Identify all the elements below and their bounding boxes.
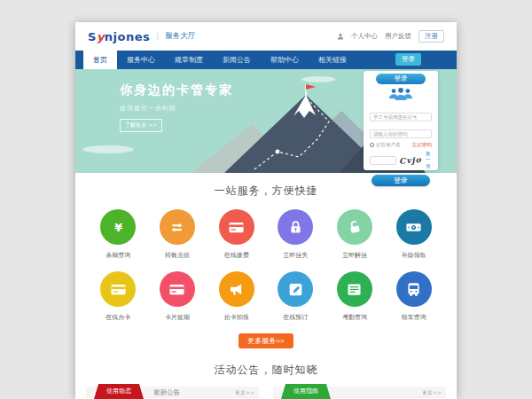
logo-part: y <box>97 30 105 43</box>
transfer-icon <box>168 218 186 237</box>
service-label: 在线办卡 <box>89 313 148 322</box>
card-icon <box>227 218 246 237</box>
users-group-icon <box>387 87 414 102</box>
login-submit-button[interactable]: 登录 <box>372 175 430 186</box>
service-circle <box>219 209 254 245</box>
service-circle <box>100 271 136 307</box>
logo-part: S <box>88 30 97 43</box>
topbar: Synjones | 服务大厅 个人中心 用户反馈 注册 <box>75 22 457 51</box>
service-circle <box>160 271 195 307</box>
logo: Synjones <box>88 30 150 43</box>
service-item[interactable]: 立即挂失 <box>266 209 325 260</box>
login-tab[interactable]: 登录 <box>376 74 426 84</box>
service-item[interactable]: 在线预订 <box>266 271 325 322</box>
forgot-password-link[interactable]: 忘记密码 <box>412 142 432 148</box>
captcha-input[interactable] <box>370 156 396 165</box>
service-label: 卡片延期 <box>148 313 207 322</box>
banner-cta-button[interactable]: 了解更多 >> <box>120 119 162 132</box>
svg-text:¥: ¥ <box>412 225 415 230</box>
megaphone-icon <box>227 280 246 299</box>
banner-subtitle: 提供捷径一步到校 <box>120 104 233 113</box>
service-label: 转账充值 <box>148 251 207 260</box>
tab-latest-announcements[interactable]: 最新公告 <box>153 387 180 398</box>
nav-item-2[interactable]: 服务中心 <box>117 51 165 69</box>
service-label: 立即解挂 <box>325 251 385 260</box>
divider: | <box>156 32 159 41</box>
service-circle <box>219 271 254 307</box>
cloud-shape <box>301 76 335 82</box>
nav-item-4[interactable]: 新闻公告 <box>213 51 261 69</box>
page: Synjones | 服务大厅 个人中心 用户反馈 注册 首页服务中心规章制度新… <box>75 22 457 399</box>
yen-icon: ¥ <box>109 218 128 237</box>
announcements-section: 活动公告，随时知晓 使用动态 最新公告 更多>> 使用指南 更多>> <box>75 363 457 398</box>
announcements-heading: 活动公告，随时知晓 <box>75 363 457 378</box>
remember-checkbox[interactable]: 记住用户名 <box>370 142 401 148</box>
nav-item-3[interactable]: 规章制度 <box>165 51 213 69</box>
service-circle: ¥ <box>396 209 432 245</box>
service-item[interactable]: 立即解挂 <box>325 209 385 260</box>
service-label: 立即挂失 <box>266 251 325 260</box>
nav-login-button[interactable]: 登录 <box>395 53 421 66</box>
service-item[interactable]: 在线办卡 <box>89 271 148 322</box>
tab-usage-news[interactable]: 使用动态 <box>94 384 144 399</box>
service-label: 余额查询 <box>89 251 148 260</box>
password-input[interactable] <box>370 129 432 138</box>
more-link-left[interactable]: 更多>> <box>235 387 254 398</box>
unlock-icon <box>345 218 364 237</box>
hero-banner: 你身边的卡管专家 提供捷径一步到校 了解更多 >> 登录 记住用户名 忘记密码 … <box>75 69 457 173</box>
banknote-icon: ¥ <box>404 218 423 237</box>
services-section: 一站服务，方便快捷 ¥余额查询转账充值在线缴费立即挂失立即解挂¥补助领取在线办卡… <box>75 173 457 348</box>
service-item[interactable]: 转账充值 <box>148 209 207 260</box>
captcha-refresh-link[interactable]: 换一张 <box>425 151 432 169</box>
service-item[interactable]: 考勤查询 <box>325 271 385 322</box>
feedback-link[interactable]: 用户反馈 <box>385 32 411 41</box>
remember-label: 记住用户名 <box>376 142 401 148</box>
main-nav: 首页服务中心规章制度新闻公告帮助中心相关链接 登录 <box>75 51 457 69</box>
lock-icon <box>286 218 305 237</box>
service-item[interactable]: 校车查询 <box>384 271 443 322</box>
bus-icon <box>404 280 423 299</box>
more-services-button[interactable]: 更多服务>> <box>239 333 293 348</box>
more-link-right[interactable]: 更多>> <box>422 387 442 398</box>
service-item[interactable]: 拾卡招领 <box>207 271 266 322</box>
service-label: 考勤查询 <box>325 313 385 322</box>
edit-icon <box>286 280 305 299</box>
service-circle <box>337 209 372 245</box>
logo-part: njones <box>105 30 150 43</box>
service-circle <box>396 271 432 307</box>
nav-item-5[interactable]: 帮助中心 <box>261 51 309 69</box>
announcement-panel-right: 使用指南 更多>> <box>273 387 446 398</box>
service-label: 在线缴费 <box>207 251 266 260</box>
service-label: 在线预订 <box>266 313 325 322</box>
service-circle: ¥ <box>100 209 136 245</box>
service-label: 拾卡招领 <box>207 313 266 322</box>
register-button[interactable]: 注册 <box>419 30 444 43</box>
announcement-panel-left: 使用动态 最新公告 更多>> <box>86 387 259 398</box>
cloud-shape <box>82 145 134 153</box>
nav-item-6[interactable]: 相关链接 <box>309 51 356 69</box>
service-item[interactable]: ¥补助领取 <box>384 209 443 260</box>
tab-usage-guide[interactable]: 使用指南 <box>281 384 331 399</box>
service-label: 校车查询 <box>384 313 443 322</box>
captcha-image[interactable]: Cvjo <box>399 155 422 166</box>
service-label: 补助领取 <box>384 251 443 260</box>
service-circle <box>337 271 372 307</box>
personal-center-link[interactable]: 个人中心 <box>351 32 378 41</box>
nav-item-1[interactable]: 首页 <box>83 51 117 69</box>
service-item[interactable]: 卡片延期 <box>148 271 207 322</box>
svg-text:¥: ¥ <box>114 221 122 234</box>
banner-title: 你身边的卡管专家 <box>120 82 233 98</box>
services-grid: ¥余额查询转账充值在线缴费立即挂失立即解挂¥补助领取在线办卡卡片延期拾卡招领在线… <box>89 209 443 322</box>
service-circle <box>278 209 313 245</box>
service-item[interactable]: 在线缴费 <box>207 209 266 260</box>
person-icon <box>337 33 344 40</box>
username-input[interactable] <box>370 113 432 121</box>
service-item[interactable]: ¥余额查询 <box>89 209 148 260</box>
list-icon <box>345 280 364 299</box>
service-circle <box>160 209 195 245</box>
login-panel: 登录 记住用户名 忘记密码 Cvjo 换一张 登录 <box>364 71 438 170</box>
card-icon <box>109 280 128 299</box>
card-icon <box>168 280 186 299</box>
service-circle <box>278 271 313 307</box>
portal-name: 服务大厅 <box>165 31 195 42</box>
